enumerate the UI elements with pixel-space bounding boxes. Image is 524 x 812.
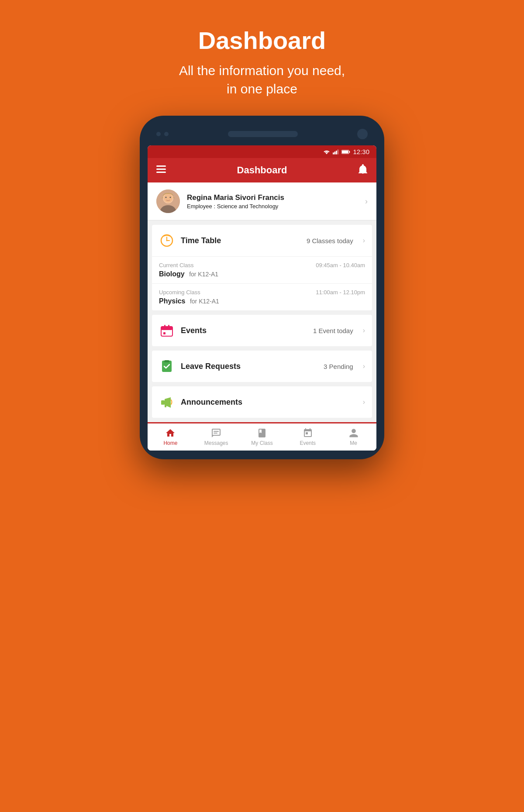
nav-my-class-label: My Class [251,440,272,446]
leave-requests-chevron-icon: › [363,362,365,370]
phone-dot-2 [164,132,169,136]
svg-rect-23 [168,325,169,328]
phone-cameras [156,132,169,136]
events-chevron-icon: › [363,327,365,334]
svg-rect-2 [336,151,337,154]
nav-me-label: Me [350,440,357,446]
phone-screen: 12:30 Dashboard [148,145,376,451]
svg-rect-24 [163,332,165,334]
current-class-time: 09:45am - 10.40am [316,262,365,268]
event-icon [159,323,175,338]
announcements-widget[interactable]: Announcements › [152,386,372,418]
svg-rect-26 [164,360,169,362]
svg-rect-3 [338,149,339,154]
timetable-chevron-icon: › [363,237,365,244]
nav-events[interactable]: Events [285,428,331,446]
svg-rect-28 [165,405,166,407]
svg-point-14 [165,197,167,198]
upcoming-class-time: 11:00am - 12.10pm [316,289,365,296]
messages-icon [211,428,221,438]
home-icon [165,428,176,438]
page-header: Dashboard All the information you need, … [179,0,345,116]
phone-front-camera [357,129,368,139]
avatar [156,189,180,213]
svg-rect-27 [161,400,165,405]
upcoming-class-row[interactable]: Upcoming Class 11:00am - 12.10pm Physics… [152,283,372,310]
events-title: Events [181,326,307,335]
bottom-nav: Home Messages My Class [148,422,376,451]
timetable-title: Time Table [181,236,300,245]
page-subtitle: All the information you need, in one pla… [179,62,345,98]
announce-icon [159,394,175,410]
events-nav-icon [303,428,313,438]
svg-rect-30 [214,433,217,434]
svg-rect-5 [349,151,350,153]
nav-me[interactable]: Me [331,428,376,446]
content-area: Time Table 9 Classes today › Current Cla… [148,220,376,422]
svg-rect-29 [214,431,219,432]
signal-icon [333,149,339,155]
phone-dot-1 [156,132,161,136]
nav-messages-label: Messages [204,440,228,446]
nav-my-class[interactable]: My Class [239,428,285,446]
me-icon [348,428,359,438]
phone-hardware-top [148,129,376,145]
notification-button[interactable] [358,164,368,176]
svg-rect-8 [156,169,166,170]
timetable-widget[interactable]: Time Table 9 Classes today › Current Cla… [152,225,372,310]
battery-icon [341,149,350,155]
status-bar: 12:30 [148,145,376,158]
profile-info: Regina Maria Sivori Francis Employee : S… [187,193,365,210]
nav-home[interactable]: Home [148,428,193,446]
announcements-title: Announcements [181,398,357,407]
profile-card[interactable]: Regina Maria Sivori Francis Employee : S… [148,182,376,220]
leave-requests-widget[interactable]: Leave Requests 3 Pending › [152,351,372,382]
nav-events-label: Events [300,440,316,446]
svg-rect-7 [156,165,166,167]
bell-icon [358,164,368,175]
profile-role: Employee : Science and Technology [187,203,365,210]
app-bar-title: Dashboard [237,165,287,176]
wifi-icon [323,149,330,155]
leave-requests-count: 3 Pending [324,363,353,370]
phone-frame: 12:30 Dashboard [140,116,384,459]
nav-home-label: Home [163,440,177,446]
events-count: 1 Event today [313,327,353,334]
hamburger-button[interactable] [156,165,166,175]
nav-messages[interactable]: Messages [193,428,239,446]
leave-requests-title: Leave Requests [181,362,317,371]
leave-requests-header[interactable]: Leave Requests 3 Pending › [152,351,372,382]
svg-point-13 [164,194,172,203]
current-class-row[interactable]: Current Class 09:45am - 10.40am Biology … [152,256,372,283]
svg-point-15 [170,197,171,198]
svg-rect-21 [161,327,172,330]
my-class-icon [257,428,267,438]
profile-name: Regina Maria Sivori Francis [187,193,365,202]
svg-rect-9 [156,172,166,173]
page-title: Dashboard [179,26,345,55]
svg-rect-6 [342,151,348,153]
timetable-header[interactable]: Time Table 9 Classes today › [152,225,372,256]
clock-icon [159,233,175,248]
upcoming-class-subject: Physics for K12-A1 [159,297,365,305]
svg-rect-0 [333,152,334,154]
events-widget[interactable]: Events 1 Event today › [152,315,372,346]
profile-chevron-icon: › [365,197,368,206]
status-time: 12:30 [353,148,369,155]
phone-speaker [228,131,298,137]
upcoming-class-label: Upcoming Class [159,289,200,296]
announcements-chevron-icon: › [363,398,365,406]
leave-icon [159,358,175,374]
timetable-count: 9 Classes today [307,237,353,244]
announcements-header[interactable]: Announcements › [152,386,372,418]
svg-rect-22 [164,325,165,328]
current-class-label: Current Class [159,262,193,268]
app-bar: Dashboard [148,158,376,182]
status-icons: 12:30 [323,148,369,155]
current-class-subject: Biology for K12-A1 [159,270,365,278]
svg-rect-1 [334,151,336,154]
events-header[interactable]: Events 1 Event today › [152,315,372,346]
